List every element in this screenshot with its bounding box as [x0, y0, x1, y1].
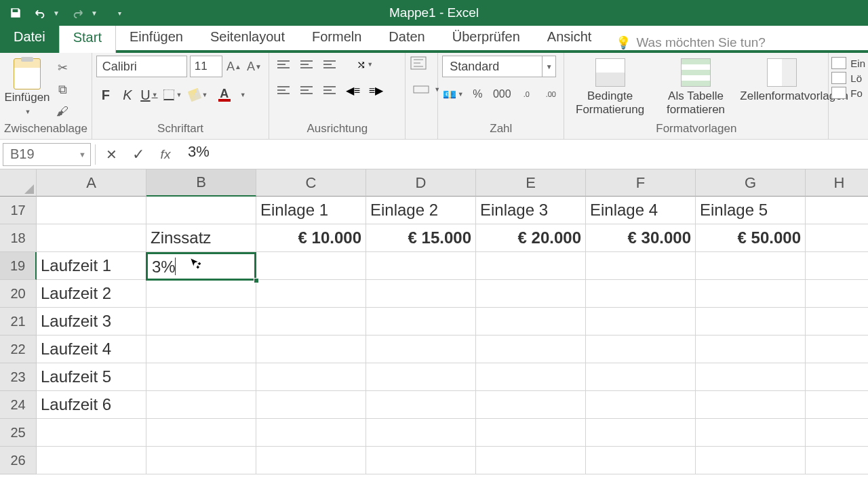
cell-H25[interactable]: [806, 419, 868, 447]
cell-E26[interactable]: [476, 447, 586, 474]
cell-F21[interactable]: [586, 308, 696, 336]
row-header-17[interactable]: 17: [0, 197, 37, 224]
cell-A25[interactable]: [37, 419, 146, 447]
cell-F18[interactable]: € 30.000: [586, 224, 696, 252]
row-header-24[interactable]: 24: [0, 391, 37, 419]
italic-button[interactable]: K: [118, 85, 137, 104]
cell-E20[interactable]: [476, 280, 586, 308]
underline-button[interactable]: U▼: [140, 85, 159, 104]
cell-B26[interactable]: [146, 447, 256, 474]
cell-C26[interactable]: [256, 447, 366, 474]
cell-B24[interactable]: [146, 391, 256, 419]
tab-review[interactable]: Überprüfen: [439, 22, 534, 50]
cell-E22[interactable]: [476, 336, 586, 363]
tab-home[interactable]: Start: [59, 22, 116, 53]
format-as-table-button[interactable]: Als Tabelle formatieren: [654, 56, 738, 117]
tab-insert[interactable]: Einfügen: [116, 22, 197, 50]
cell-F19[interactable]: [586, 252, 696, 280]
decrease-indent-button[interactable]: ◀≡: [342, 81, 363, 99]
cell-A22[interactable]: Laufzeit 4: [37, 336, 146, 363]
tab-view[interactable]: Ansicht: [534, 22, 606, 50]
border-button[interactable]: ▼: [161, 85, 184, 104]
cell-H23[interactable]: [806, 363, 868, 391]
row-header-22[interactable]: 22: [0, 336, 37, 363]
cell-B18[interactable]: Zinssatz: [146, 224, 256, 252]
cell-H26[interactable]: [806, 447, 868, 474]
align-top-button[interactable]: [273, 56, 294, 73]
cell-E23[interactable]: [476, 363, 586, 391]
col-header-F[interactable]: F: [586, 169, 696, 197]
col-header-A[interactable]: A: [37, 169, 146, 197]
cell-G20[interactable]: [696, 280, 806, 308]
cell-C21[interactable]: [256, 308, 366, 336]
cell-F17[interactable]: Einlage 4: [586, 197, 696, 224]
cell-D24[interactable]: [366, 391, 476, 419]
cell-E17[interactable]: Einlage 3: [476, 197, 586, 224]
row-header-23[interactable]: 23: [0, 363, 37, 391]
font-size-input[interactable]: [190, 56, 222, 77]
cell-G25[interactable]: [696, 419, 806, 447]
undo-dropdown-icon[interactable]: ▼: [53, 9, 60, 17]
cell-C23[interactable]: [256, 363, 366, 391]
cell-B20[interactable]: [146, 280, 256, 308]
row-header-25[interactable]: 25: [0, 419, 37, 447]
undo-icon[interactable]: [34, 7, 46, 19]
cell-B23[interactable]: [146, 363, 256, 391]
cell-A26[interactable]: [37, 447, 146, 474]
cell-H19[interactable]: [806, 252, 868, 280]
fill-handle[interactable]: [254, 278, 259, 283]
cell-styles-button[interactable]: Zellenformatvorlagen: [740, 56, 824, 103]
cell-A21[interactable]: Laufzeit 3: [37, 308, 146, 336]
spreadsheet-grid[interactable]: 17 18 19 20 21 22 23 24 25 26 A B C D E …: [0, 169, 868, 474]
format-painter-button[interactable]: 🖌: [53, 103, 72, 119]
cell-H17[interactable]: [806, 197, 868, 224]
cell-E18[interactable]: € 20.000: [476, 224, 586, 252]
cell-C19[interactable]: [256, 252, 366, 280]
cancel-button[interactable]: ✕: [100, 144, 123, 165]
cell-C22[interactable]: [256, 336, 366, 363]
col-header-D[interactable]: D: [366, 169, 476, 197]
qat-customize-icon[interactable]: ▾: [118, 9, 121, 17]
tab-formulas[interactable]: Formeln: [298, 22, 375, 50]
align-right-button[interactable]: [319, 81, 340, 99]
cell-G24[interactable]: [696, 391, 806, 419]
paste-button[interactable]: Einfügen ▼: [4, 56, 50, 117]
delete-cells-button[interactable]: Lö: [831, 72, 865, 84]
row-header-21[interactable]: 21: [0, 308, 37, 336]
cell-G19[interactable]: [696, 252, 806, 280]
redo-icon[interactable]: [72, 7, 84, 19]
accounting-format-button[interactable]: 💶▼: [442, 85, 464, 103]
insert-cells-button[interactable]: Ein: [831, 57, 865, 69]
cell-F26[interactable]: [586, 447, 696, 474]
enter-button[interactable]: ✓: [127, 144, 150, 165]
cell-A18[interactable]: [37, 224, 146, 252]
copy-button[interactable]: ⧉: [53, 81, 72, 98]
select-all-corner[interactable]: [0, 169, 37, 197]
cell-C20[interactable]: [256, 280, 366, 308]
cell-B17[interactable]: [146, 197, 256, 224]
cell-C17[interactable]: Einlage 1: [256, 197, 366, 224]
decrease-font-button[interactable]: A▼: [245, 58, 263, 75]
format-cells-button[interactable]: Fo: [831, 87, 865, 99]
row-header-19[interactable]: 19: [0, 252, 37, 280]
align-bottom-button[interactable]: [319, 56, 340, 73]
cell-H22[interactable]: [806, 336, 868, 363]
increase-font-button[interactable]: A▲: [225, 58, 243, 75]
fill-color-button[interactable]: ▼: [187, 85, 210, 104]
cell-D19[interactable]: [366, 252, 476, 280]
cell-G18[interactable]: € 50.000: [696, 224, 806, 252]
cell-D18[interactable]: € 15.000: [366, 224, 476, 252]
cell-C18[interactable]: € 10.000: [256, 224, 366, 252]
col-header-B[interactable]: B: [146, 169, 256, 197]
cell-G23[interactable]: [696, 363, 806, 391]
cut-button[interactable]: ✂: [53, 60, 72, 76]
cell-G26[interactable]: [696, 447, 806, 474]
cell-F23[interactable]: [586, 363, 696, 391]
cell-D21[interactable]: [366, 308, 476, 336]
cell-G21[interactable]: [696, 308, 806, 336]
cell-D20[interactable]: [366, 280, 476, 308]
tab-layout[interactable]: Seitenlayout: [197, 22, 298, 50]
tell-me-search[interactable]: 💡 Was möchten Sie tun?: [605, 35, 776, 50]
font-name-input[interactable]: [96, 56, 187, 77]
bold-button[interactable]: F: [96, 85, 115, 104]
